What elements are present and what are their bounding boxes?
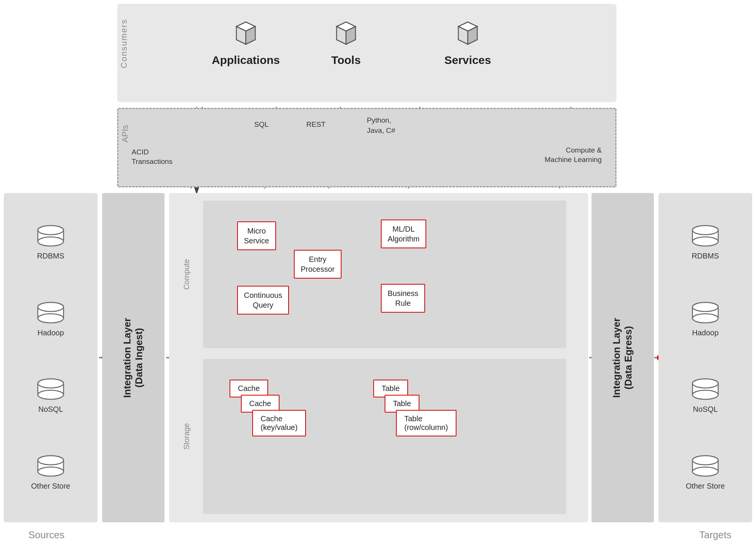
integration-egress-label: Integration Layer(Data Egress) [611, 318, 634, 398]
table-box-3: Table(row/column) [396, 410, 456, 436]
other-store-source-icon [36, 455, 66, 480]
tools-icon [329, 15, 363, 49]
sql-label: SQL [254, 120, 269, 129]
svg-point-48 [38, 226, 64, 235]
applications-icon [229, 15, 263, 49]
svg-point-78 [692, 302, 718, 311]
python-java-csharp-label: Python,Java, C# [367, 115, 395, 136]
svg-point-90 [692, 456, 718, 465]
source-hadoop: Hadoop [36, 302, 66, 337]
svg-point-54 [38, 302, 64, 311]
svg-point-53 [38, 314, 64, 323]
source-rdbms: RDBMS [36, 225, 66, 260]
services-label: Services [444, 54, 491, 67]
svg-point-84 [692, 379, 718, 388]
ml-dl-algorithm-box: ML/DLAlgorithm [381, 220, 426, 248]
target-hadoop: Hadoop [690, 302, 720, 337]
source-hadoop-label: Hadoop [37, 329, 64, 337]
business-rule-box: BusinessRule [381, 284, 425, 313]
rest-label: REST [306, 120, 326, 129]
svg-point-72 [692, 226, 718, 235]
svg-point-65 [38, 467, 64, 476]
svg-point-71 [692, 237, 718, 246]
target-nosql-icon [690, 378, 720, 403]
integration-ingest-panel: Integration Layer(Data Ingest) [102, 193, 165, 522]
services-icon [451, 15, 485, 49]
consumer-services: Services [444, 15, 491, 67]
target-rdbms: RDBMS [690, 225, 720, 260]
consumers-label: Consumers [119, 19, 130, 68]
nosql-icon [36, 378, 66, 403]
consumers-box [117, 4, 616, 102]
other-store-target-icon [690, 455, 720, 480]
target-hadoop-label: Hadoop [692, 329, 719, 337]
svg-point-89 [692, 467, 718, 476]
cache-box-3: Cache(key/value) [252, 410, 306, 436]
sources-panel: RDBMS Hadoop NoSQL [4, 193, 98, 522]
svg-point-77 [692, 314, 718, 323]
integration-egress-panel: Integration Layer(Data Egress) [591, 193, 654, 522]
source-other-store-label: Other Store [31, 482, 70, 491]
targets-panel: RDBMS Hadoop NoSQL [658, 193, 752, 522]
storage-side-label: Storage [182, 423, 191, 450]
rdbms-icon [36, 225, 66, 249]
source-nosql-label: NoSQL [38, 405, 63, 414]
sources-label: Sources [28, 529, 64, 541]
compute-ml-label: Compute &Machine Learning [545, 146, 602, 164]
source-nosql: NoSQL [36, 378, 66, 414]
acid-transactions-label: ACIDTransactions [132, 148, 172, 166]
micro-service-box: MicroService [237, 221, 276, 250]
tools-label: Tools [331, 54, 361, 67]
svg-point-59 [38, 390, 64, 399]
storage-section: Storage Cache Cache Cache(key/value) Tab… [203, 359, 566, 514]
svg-point-66 [38, 456, 64, 465]
integration-ingest-label: Integration Layer(Data Ingest) [121, 318, 145, 398]
central-area: Compute MicroService EntryProcessor ML/D… [169, 193, 588, 522]
target-rdbms-icon [690, 225, 720, 249]
target-nosql-label: NoSQL [693, 405, 718, 414]
svg-point-47 [38, 237, 64, 246]
entry-processor-box: EntryProcessor [294, 250, 342, 279]
target-rdbms-label: RDBMS [692, 252, 719, 260]
target-other-store-label: Other Store [686, 482, 725, 491]
target-other-store: Other Store [686, 455, 725, 491]
svg-point-60 [38, 379, 64, 388]
hadoop-icon [36, 302, 66, 326]
apis-label: APIs [120, 125, 130, 142]
compute-side-label: Compute [182, 259, 191, 290]
source-rdbms-label: RDBMS [37, 252, 64, 260]
consumer-tools: Tools [329, 15, 363, 67]
compute-section: Compute MicroService EntryProcessor ML/D… [203, 201, 566, 348]
diagram-container: Consumers Applications Tools Services AP… [0, 0, 756, 542]
svg-point-83 [692, 390, 718, 399]
consumer-applications: Applications [212, 15, 280, 67]
source-other-store: Other Store [31, 455, 70, 491]
applications-label: Applications [212, 54, 280, 67]
continuous-query-box: ContinuousQuery [237, 286, 289, 315]
target-hadoop-icon [690, 302, 720, 326]
targets-label: Targets [699, 529, 731, 541]
target-nosql: NoSQL [690, 378, 720, 414]
